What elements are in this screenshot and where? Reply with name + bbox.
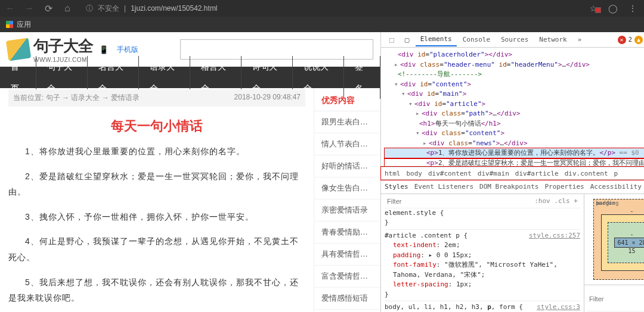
sidebar-item[interactable]: 富含爱情哲理的话 xyxy=(314,266,380,288)
main-nav: 首页句子大全名言大全语录大全格言大全诗句大全说说大全签名 xyxy=(0,67,380,88)
mobile-icon: 📱 xyxy=(99,45,109,54)
sidebar-item[interactable]: 像女生告白的话 xyxy=(314,177,380,199)
breadcrumb-node[interactable]: html xyxy=(385,170,401,177)
sidebar-item[interactable]: 爱情感悟短语 xyxy=(314,288,380,310)
rendered-page: 句子大全 WWW.1JUZI.COM 📱 手机版 首页句子大全名言大全语录大全格… xyxy=(0,32,380,312)
security-status: 不安全 xyxy=(98,4,119,14)
sidebar-item[interactable]: 好听的情话短句 xyxy=(314,155,380,177)
breadcrumb-node[interactable]: div#main xyxy=(478,170,509,177)
hov-toggle[interactable]: :hov .cls + xyxy=(534,196,578,207)
logo-icon xyxy=(6,38,31,61)
breadcrumb: 当前位置: 句子 → 语录大全 → 爱情语录 2018-10-29 09:48:… xyxy=(8,89,305,107)
subtab-accessibility[interactable]: Accessibility xyxy=(590,183,642,191)
sidebar-item[interactable]: 具有爱情哲理的话 xyxy=(314,244,380,266)
apps-icon[interactable] xyxy=(6,21,13,28)
bookmark-bar: 应用 xyxy=(0,17,644,32)
extension-badge[interactable] xyxy=(595,7,601,13)
home-icon[interactable]: ⌂ xyxy=(62,3,73,14)
reload-icon[interactable]: ⟳ xyxy=(43,3,54,14)
tab-console[interactable]: Console xyxy=(458,33,495,46)
browser-toolbar: ← → ⟳ ⌂ ⓘ 不安全 | 1juzi.com/new/150542.htm… xyxy=(0,0,644,17)
error-count[interactable]: ✕ xyxy=(618,36,626,44)
url-text: 1juzi.com/new/150542.html xyxy=(131,4,217,13)
article-paragraph: 1、将你放进我心里最重要的位置，用心来刻你的名字。 xyxy=(8,143,305,169)
breadcrumb-node[interactable]: body xyxy=(407,170,423,177)
info-icon[interactable]: ⓘ xyxy=(86,4,93,14)
subtab-properties[interactable]: Properties xyxy=(544,183,584,191)
article-title: 每天一句小情话 xyxy=(8,107,305,143)
article-paragraph: 4、何止是野心，我预谋了一辈子的念想，从遇见你开始，不见黄土不死心。 xyxy=(8,233,305,274)
article-paragraph: 3、拽你入怀，予你一世相伴，拥你入怀，护你一世平安。 xyxy=(8,209,305,234)
sidebar-title: 优秀内容 xyxy=(314,91,380,111)
rule-article-content-p: style.css:257 #article .content p { text… xyxy=(385,229,580,300)
breadcrumb-node[interactable]: div.content xyxy=(565,170,608,177)
computed-filter-input[interactable] xyxy=(589,295,644,302)
profile-icon[interactable]: ◯ xyxy=(608,4,618,13)
subtab-dom-breakpoints[interactable]: DOM Breakpoints xyxy=(479,183,538,191)
menu-icon[interactable]: ⋮ xyxy=(628,4,637,13)
breadcrumb-node[interactable]: div#article xyxy=(515,170,559,177)
article-paragraph: 2、爱是踏破红尘望穿秋水；爱是一生一世冥冥轮回；爱你，我不问理由。 xyxy=(8,169,305,209)
breadcrumb-node[interactable]: p xyxy=(614,170,618,177)
breadcrumb-node[interactable]: div#content xyxy=(428,170,472,177)
box-model: margin - border padding - 641 × 28 15 xyxy=(584,194,644,285)
page-body: 句子大全 WWW.1JUZI.COM 📱 手机版 首页句子大全名言大全语录大全格… xyxy=(0,32,644,312)
article-paragraph: 5、我后来想了想，我不耽误你，还会有别人耽误你，那我不甘心，还是我来耽误你吧。 xyxy=(8,274,305,312)
styles-subtabs: Styles Event Listeners DOM Breakpoints P… xyxy=(381,180,644,194)
subtab-event-listeners[interactable]: Event Listeners xyxy=(414,183,473,191)
dom-breadcrumb: htmlbodydiv#contentdiv#maindiv#articledi… xyxy=(381,167,644,180)
device-icon[interactable]: ▢ xyxy=(400,33,414,46)
apps-label[interactable]: 应用 xyxy=(17,20,31,30)
subtab-styles[interactable]: Styles xyxy=(385,183,408,191)
sidebar-item[interactable]: 经典恋爱语录 xyxy=(314,310,380,312)
rule-element-style: element.style {} xyxy=(385,208,580,228)
devtools-panel: ⬚ ▢ Elements Console Sources Network » ✕… xyxy=(380,32,644,312)
tab-network[interactable]: Network xyxy=(534,33,571,46)
sidebar-item[interactable]: 亲密爱情语录 xyxy=(314,199,380,221)
sidebar-item[interactable]: 情人节表白语录 xyxy=(314,133,380,155)
browser-right-icons: ☆ ◯ ⋮ xyxy=(590,4,637,13)
breadcrumb-path: 当前位置: 句子 → 语录大全 → 爱情语录 xyxy=(13,93,140,103)
logo-text: 句子大全 xyxy=(33,36,93,57)
rule-body-reset: style.css:3 body, ul, li, h1, h2, h3, p,… xyxy=(385,301,580,312)
address-bar[interactable]: ⓘ 不安全 | 1juzi.com/new/150542.html xyxy=(86,4,218,14)
browser-chrome: ← → ⟳ ⌂ ⓘ 不安全 | 1juzi.com/new/150542.htm… xyxy=(0,0,644,32)
computed-pane: margin - border padding - 641 × 28 15 Sh… xyxy=(584,194,644,312)
sidebar-item[interactable]: 跟男生表白的话 xyxy=(314,111,380,133)
styles-pane[interactable]: :hov .cls + element.style {} style.css:2… xyxy=(381,194,584,312)
sidebar: 优秀内容 跟男生表白的话情人节表白语录好听的情话短句像女生告白的话亲密爱情语录青… xyxy=(314,88,380,312)
article-timestamp: 2018-10-29 09:48:47 xyxy=(234,93,301,103)
inspect-icon[interactable]: ⬚ xyxy=(385,33,399,46)
styles-filter-input[interactable] xyxy=(387,198,534,205)
dom-tree[interactable]: <div id="placerholder"></div>▸<div class… xyxy=(381,48,644,167)
forward-icon[interactable]: → xyxy=(24,3,35,14)
devtools-tabs: ⬚ ▢ Elements Console Sources Network » ✕… xyxy=(381,32,644,48)
back-icon[interactable]: ← xyxy=(5,3,16,14)
warning-count[interactable]: ▲ xyxy=(634,36,643,44)
mobile-link[interactable]: 手机版 xyxy=(117,45,138,55)
tab-elements[interactable]: Elements xyxy=(416,33,457,46)
tab-more[interactable]: » xyxy=(573,33,587,46)
article-body: 1、将你放进我心里最重要的位置，用心来刻你的名字。2、爱是踏破红尘望穿秋水；爱是… xyxy=(8,143,305,312)
box-content-size: 641 × 28 xyxy=(614,238,644,248)
sidebar-item[interactable]: 青春爱情励志语录 xyxy=(314,221,380,244)
tab-sources[interactable]: Sources xyxy=(496,33,533,46)
